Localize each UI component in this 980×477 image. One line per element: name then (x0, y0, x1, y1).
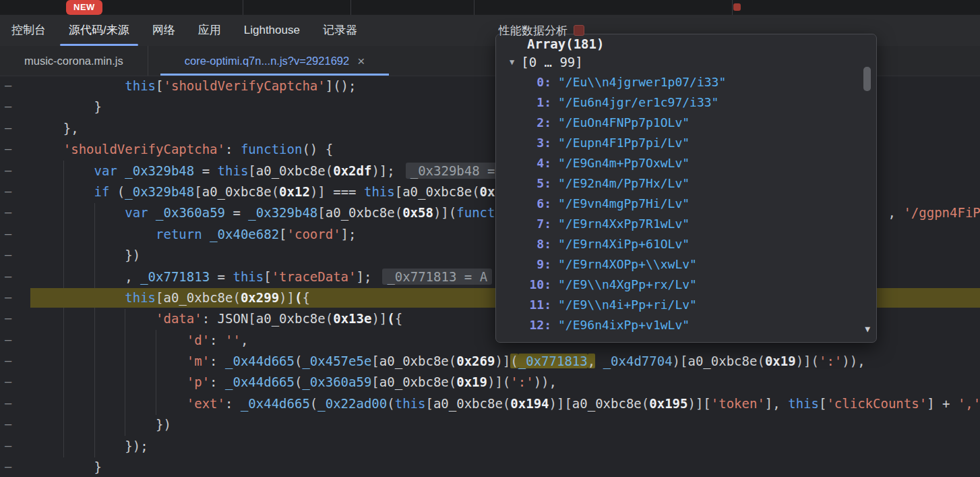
code-token: ( (387, 396, 394, 411)
code-token: a0_0xbc8e (572, 396, 642, 411)
array-item-index: 3: (512, 133, 551, 153)
code-token: , (888, 205, 904, 220)
array-range-label: [0 … 99] (521, 52, 583, 72)
top-strip: NEW (0, 0, 980, 15)
code-token: ( (395, 205, 402, 220)
code-token: ( (472, 184, 479, 199)
code-token: () { (302, 142, 333, 157)
gutter-mark[interactable]: – (5, 287, 11, 308)
top-divider (243, 0, 243, 15)
code-token (595, 354, 603, 368)
code-token: ( (326, 163, 333, 178)
gutter-mark[interactable]: – (5, 76, 11, 96)
code-token: ':' (819, 354, 842, 368)
file-tab[interactable]: music-corona.min.js (0, 46, 148, 76)
code-token: 0x58 (402, 205, 433, 220)
gutter-mark[interactable]: – (5, 436, 11, 457)
gutter-mark[interactable]: – (5, 96, 11, 117)
array-item: 12:"/E96n4ixPp+v1wLv" (496, 315, 876, 335)
code-token: 'data' (156, 311, 202, 326)
value-preview-popup: Array(181) ▼ [0 … 99] 0:"/Eu\\n4jgrwer1p… (495, 34, 877, 343)
code-token (32, 184, 94, 199)
array-item: 10:"/E9\\n4XgPp+rx/Lv" (496, 275, 876, 295)
array-item: 6:"/E9vn4mgPp7Hi/Lv" (496, 194, 876, 214)
code-token: = (194, 163, 217, 178)
gutter-mark[interactable]: – (5, 118, 11, 139)
gutter-mark[interactable]: – (5, 202, 11, 223)
gutter-mark[interactable]: – (5, 414, 11, 435)
code-line[interactable]: – 'ext': _0x44d665(_0x22ad00(this[a0_0xb… (0, 393, 980, 414)
array-item-index: 2: (512, 113, 551, 133)
code-token: 0x269 (456, 354, 495, 368)
panel-tab-performance-insights[interactable]: 性能数据分析 (499, 15, 584, 46)
gutter-mark[interactable]: – (5, 351, 11, 372)
code-token: ( (109, 184, 125, 199)
gutter-mark[interactable]: – (5, 330, 11, 351)
devtools-window: NEW 控制台源代码/来源网络应用Lighthouse记录器 性能数据分析 mu… (0, 0, 980, 477)
array-item-value: "/Eu\\n4jgrwer1p07/i33" (558, 75, 726, 89)
code-token: 'm' (187, 354, 210, 368)
code-token: ',' (958, 396, 980, 411)
gutter-mark[interactable]: – (5, 393, 11, 414)
panel-tab-sources[interactable]: 源代码/来源 (57, 15, 141, 46)
gutter-mark[interactable]: – (5, 372, 11, 393)
code-token: _0x360a59 (302, 374, 371, 389)
code-token: a0_0xbc8e (164, 290, 233, 305)
code-token: 'traceData' (272, 269, 357, 284)
panel-tab-console[interactable]: 控制台 (0, 15, 57, 46)
code-token: this (233, 269, 264, 284)
code-token: a0_0xbc8e (379, 354, 449, 368)
code-token: }) (32, 248, 140, 262)
code-token: )]( (433, 205, 456, 220)
code-token: 0x195 (649, 396, 687, 411)
panel-tab-lighthouse[interactable]: Lighthouse (233, 15, 311, 46)
code-token: a0_0xbc8e (202, 184, 272, 199)
panel-tab-network[interactable]: 网络 (141, 15, 187, 46)
code-token: : (225, 396, 241, 411)
array-item-value: "/E9\\n4XgPp+rx/Lv" (558, 277, 697, 291)
gutter-mark[interactable]: – (5, 161, 11, 181)
code-line[interactable]: – } (0, 457, 980, 477)
code-token: )), (534, 374, 557, 389)
code-token: )]( (487, 374, 510, 389)
code-token: 0x13e (333, 311, 371, 326)
code-token: ](); (326, 78, 357, 93)
file-tab-label: music-corona.min.js (24, 55, 123, 67)
file-tab-label: core-optimi.q7n...n.js?v=2921692 (185, 55, 349, 67)
code-line[interactable]: – 'p': _0x44d665(_0x360a59[a0_0xbc8e(0x1… (0, 372, 980, 393)
code-token: ( (233, 290, 240, 305)
code-token: 0x299 (241, 290, 279, 305)
code-token: [ (156, 290, 163, 305)
gutter-mark[interactable]: – (5, 224, 11, 245)
gutter-mark[interactable]: – (5, 139, 11, 160)
gutter-mark[interactable]: – (5, 308, 11, 329)
array-item-index: 4: (512, 153, 551, 173)
code-line[interactable]: – 'm': _0x44d665(_0x457e5e[a0_0xbc8e(0x2… (0, 351, 980, 372)
gutter-mark[interactable]: – (5, 457, 11, 477)
gutter-mark[interactable]: – (5, 181, 11, 202)
array-item-value: "/E9\\n4i+Pp+ri/Lv" (558, 298, 697, 312)
array-item-index: 8: (512, 234, 551, 254)
chevron-down-icon[interactable]: ▼ (510, 52, 514, 72)
code-token: )] (495, 354, 510, 368)
array-range-row[interactable]: ▼ [0 … 99] (496, 52, 876, 72)
code-token (32, 227, 156, 242)
panel-tab-application[interactable]: 应用 (187, 15, 233, 46)
popup-scrollbar-thumb[interactable] (863, 67, 871, 91)
file-tab[interactable]: core-optimi.q7n...n.js?v=2921692× (160, 46, 390, 76)
code-token: 'p' (187, 374, 210, 389)
code-token: ]; (341, 227, 357, 242)
gutter-mark[interactable]: – (5, 266, 11, 287)
panel-tab-recorder[interactable]: 记录器 (311, 15, 369, 46)
gutter-mark[interactable]: – (5, 245, 11, 266)
code-token: a0_0xbc8e (256, 311, 326, 326)
code-line[interactable]: – }) (0, 414, 980, 435)
close-icon[interactable]: × (357, 55, 365, 67)
code-token: ( (387, 311, 394, 326)
code-token: ( (295, 374, 302, 389)
scroll-down-icon[interactable]: ▼ (865, 324, 870, 334)
code-line[interactable]: – }); (0, 436, 980, 457)
array-item-index: 12: (512, 315, 551, 335)
code-token (148, 205, 156, 220)
code-token (32, 311, 156, 326)
